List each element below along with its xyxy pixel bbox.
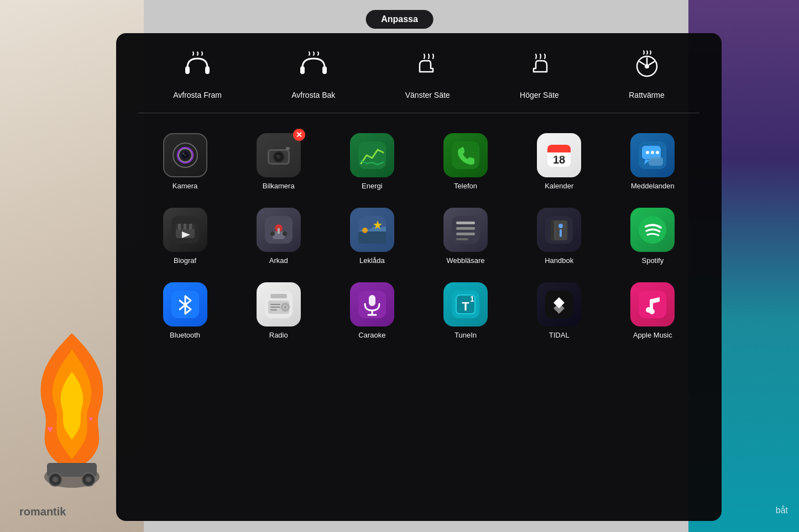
app-radio[interactable]: Radio bbox=[246, 282, 312, 339]
arkad-label: Arkad bbox=[269, 256, 288, 265]
app-arkad[interactable]: Arkad bbox=[246, 208, 312, 265]
bluetooth-icon bbox=[163, 282, 207, 326]
svg-rect-54 bbox=[278, 228, 280, 234]
app-bluetooth[interactable]: Bluetooth bbox=[152, 282, 218, 339]
svg-text:♥: ♥ bbox=[47, 424, 53, 435]
climate-hoger-sate[interactable]: Höger Säte bbox=[520, 50, 559, 99]
spotify-label: Spotify bbox=[641, 256, 664, 265]
svg-line-15 bbox=[639, 61, 645, 65]
app-grid: Kamera ✕ bbox=[138, 113, 699, 504]
defrost-rear-icon bbox=[298, 50, 329, 85]
app-tidal[interactable]: TIDAL bbox=[526, 282, 592, 339]
kamera-label: Kamera bbox=[173, 182, 198, 190]
avfrosta-fram-label: Avfrosta Fram bbox=[173, 91, 222, 99]
bilkamera-icon bbox=[257, 133, 301, 177]
kalender-label: Kalender bbox=[545, 182, 573, 190]
svg-rect-49 bbox=[189, 224, 192, 229]
app-applemusic[interactable]: Apple Music bbox=[619, 282, 686, 339]
svg-point-56 bbox=[270, 231, 275, 236]
bilkamera-icon-wrapper: ✕ bbox=[257, 133, 301, 177]
svg-point-41 bbox=[651, 151, 654, 154]
kamera-icon-wrapper bbox=[163, 133, 207, 177]
arkad-icon bbox=[257, 208, 301, 252]
leklada-label: Leklåda bbox=[359, 256, 385, 265]
energi-icon bbox=[350, 133, 394, 177]
svg-rect-78 bbox=[270, 307, 280, 308]
applemusic-icon-wrapper bbox=[630, 282, 675, 326]
webblasare-icon-wrapper bbox=[443, 208, 488, 252]
svg-rect-62 bbox=[456, 222, 475, 224]
caraoke-icon bbox=[350, 282, 394, 326]
svg-rect-70 bbox=[560, 229, 562, 237]
kamera-icon bbox=[163, 133, 207, 177]
app-kalender[interactable]: 18 Kalender bbox=[526, 133, 592, 190]
climate-vanster-sate[interactable]: Vänster Säte bbox=[405, 50, 450, 99]
meddelanden-label: Meddelanden bbox=[631, 182, 675, 190]
svg-rect-64 bbox=[456, 233, 475, 235]
energi-label: Energi bbox=[362, 182, 383, 190]
radio-icon bbox=[257, 282, 301, 326]
meddelanden-icon bbox=[630, 133, 675, 177]
app-energi[interactable]: Energi bbox=[339, 133, 405, 190]
svg-rect-84 bbox=[369, 295, 375, 306]
caraoke-label: Caraoke bbox=[358, 331, 385, 339]
svg-rect-43 bbox=[649, 157, 663, 166]
main-panel: Avfrosta Fram Avfrosta Bak bbox=[116, 33, 722, 521]
climate-avfrosta-fram[interactable]: Avfrosta Fram bbox=[173, 50, 222, 99]
svg-rect-35 bbox=[547, 149, 571, 152]
telefon-icon bbox=[443, 133, 488, 177]
svg-point-6 bbox=[53, 477, 58, 482]
app-bilkamera[interactable]: ✕ Bilkamera bbox=[246, 133, 312, 190]
app-leklada[interactable]: Leklåda bbox=[339, 208, 405, 265]
handbok-icon-wrapper bbox=[537, 208, 581, 252]
svg-rect-63 bbox=[456, 227, 475, 230]
meddelanden-icon-wrapper bbox=[630, 133, 675, 177]
svg-rect-77 bbox=[270, 304, 280, 305]
svg-point-21 bbox=[184, 154, 186, 156]
svg-point-22 bbox=[182, 153, 184, 155]
app-meddelanden[interactable]: Meddelanden bbox=[619, 133, 686, 190]
app-spotify[interactable]: Spotify bbox=[619, 208, 686, 265]
climate-rattvärme[interactable]: Rattvärme bbox=[629, 50, 665, 99]
svg-point-42 bbox=[656, 151, 659, 154]
biograf-label: Biograf bbox=[174, 256, 196, 265]
svg-line-16 bbox=[649, 61, 654, 65]
app-caraoke[interactable]: Caraoke bbox=[339, 282, 405, 339]
svg-rect-9 bbox=[205, 66, 210, 74]
app-telefon[interactable]: Telefon bbox=[432, 133, 499, 190]
svg-point-82 bbox=[284, 306, 286, 308]
vanster-sate-label: Vänster Säte bbox=[405, 91, 450, 99]
app-webblasare[interactable]: Webbläsare bbox=[432, 208, 499, 265]
caraoke-icon-wrapper bbox=[350, 282, 394, 326]
svg-rect-58 bbox=[358, 231, 386, 244]
kalender-icon: 18 bbox=[537, 133, 581, 177]
svg-rect-79 bbox=[270, 309, 277, 310]
customize-button[interactable]: Anpassa bbox=[365, 10, 434, 29]
app-tunein[interactable]: T 1 TuneIn bbox=[432, 282, 499, 339]
svg-rect-11 bbox=[322, 66, 327, 74]
svg-rect-31 bbox=[358, 141, 386, 169]
svg-rect-8 bbox=[185, 66, 190, 74]
tidal-icon-wrapper bbox=[537, 282, 581, 326]
telefon-icon-wrapper bbox=[443, 133, 488, 177]
app-row-1: Kamera ✕ bbox=[138, 124, 699, 199]
defrost-front-icon bbox=[182, 50, 213, 85]
app-kamera[interactable]: Kamera bbox=[152, 133, 218, 190]
svg-point-40 bbox=[646, 151, 649, 154]
app-handbok[interactable]: Handbok bbox=[526, 208, 592, 265]
seat-heat-right-icon bbox=[524, 50, 555, 85]
hoger-sate-label: Höger Säte bbox=[520, 91, 559, 99]
svg-point-98 bbox=[649, 309, 655, 314]
svg-text:♥: ♥ bbox=[88, 414, 93, 423]
app-biograf[interactable]: Biograf bbox=[152, 208, 218, 265]
webblasare-label: Webbläsare bbox=[446, 256, 484, 265]
kalender-icon-wrapper: 18 bbox=[537, 133, 581, 177]
svg-rect-10 bbox=[300, 66, 305, 74]
leklada-icon-wrapper bbox=[350, 208, 394, 252]
tunein-icon-wrapper: T 1 bbox=[443, 282, 488, 326]
climate-avfrosta-bak[interactable]: Avfrosta Bak bbox=[291, 50, 335, 99]
seat-heat-left-icon bbox=[412, 50, 443, 85]
svg-point-29 bbox=[276, 155, 278, 157]
bluetooth-icon-wrapper bbox=[163, 282, 207, 326]
arkad-icon-wrapper bbox=[257, 208, 301, 252]
